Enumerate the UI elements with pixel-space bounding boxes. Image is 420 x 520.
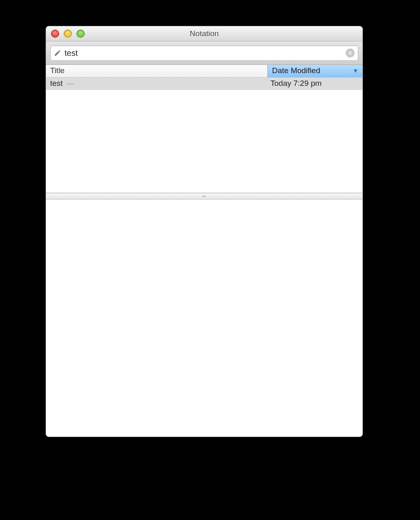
column-header-date-modified[interactable]: Date Modified ▼: [268, 65, 362, 77]
window-title: Notation: [46, 29, 362, 38]
zoom-window-button[interactable]: [76, 30, 85, 38]
close-window-button[interactable]: [51, 30, 59, 38]
grip-icon: [203, 196, 206, 197]
row-title-cell: test —: [46, 78, 266, 90]
column-header-date-modified-label: Date Modified: [272, 66, 320, 75]
split-handle[interactable]: [46, 193, 362, 200]
note-list-empty-area[interactable]: [46, 90, 362, 193]
note-list: test — Today 7:29 pm: [46, 78, 362, 90]
clear-search-button[interactable]: [346, 48, 355, 58]
traffic-lights: [51, 30, 85, 38]
minimize-window-button[interactable]: [64, 30, 72, 38]
titlebar[interactable]: Notation: [46, 26, 362, 41]
row-title-suffix: —: [67, 79, 74, 87]
table-header: Title Date Modified ▼: [46, 65, 362, 78]
note-editor[interactable]: [46, 200, 362, 437]
row-title: test: [50, 79, 63, 87]
sort-descending-icon: ▼: [353, 67, 358, 74]
column-header-title[interactable]: Title: [46, 65, 268, 77]
search-input[interactable]: [64, 48, 346, 58]
app-window: Notation Title Date Modified ▼ test — To…: [46, 26, 363, 437]
toolbar: [46, 41, 362, 65]
search-field[interactable]: [50, 45, 358, 61]
table-row[interactable]: test — Today 7:29 pm: [46, 78, 362, 90]
row-date-cell: Today 7:29 pm: [266, 78, 362, 90]
pencil-icon: [54, 49, 61, 57]
